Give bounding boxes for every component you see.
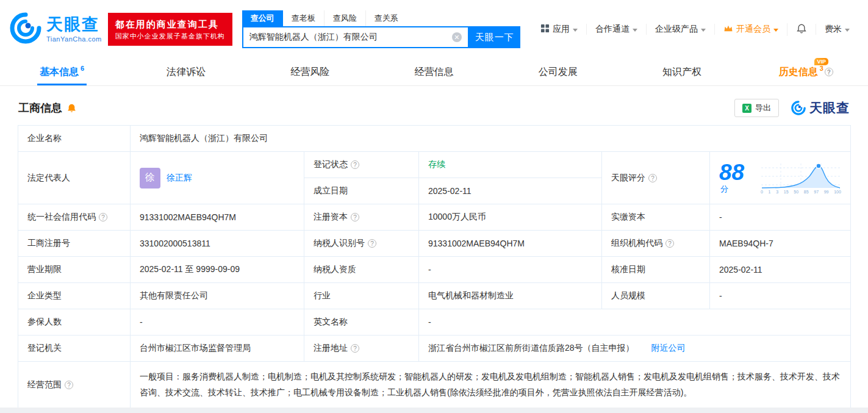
table-row: 统一社会信用代码 ? 91331002MAEB94QH7M 注册资本 ? 100… bbox=[18, 204, 851, 231]
value-registration-number: 331002000513811 bbox=[131, 231, 304, 257]
search-input-wrap: ✕ bbox=[242, 26, 469, 48]
announcement-bell-icon[interactable] bbox=[66, 103, 77, 113]
tab-count-badge: 6 bbox=[81, 65, 84, 72]
value-taxpayer-id: 91331002MAEB94QH7M bbox=[419, 231, 602, 257]
search-tab-relation[interactable]: 查关系 bbox=[366, 10, 407, 26]
tab-operation-risk[interactable]: 经营风险 bbox=[248, 59, 372, 85]
label-staff-size: 人员规模 bbox=[602, 283, 710, 309]
tab-count-badge: 3 bbox=[820, 65, 823, 72]
tab-intellectual-property[interactable]: 知识产权 bbox=[620, 59, 744, 85]
search-input[interactable] bbox=[249, 32, 452, 42]
value-credit-code: 91331002MAEB94QH7M bbox=[131, 204, 304, 231]
value-registration-authority: 台州市椒江区市场监督管理局 bbox=[131, 336, 304, 362]
tab-company-development[interactable]: 公司发展 bbox=[496, 59, 620, 85]
slogan-line1: 都在用的商业查询工具 bbox=[115, 17, 225, 31]
top-bar: 天眼查 TianYanCha.com 都在用的商业查询工具 国家中小企业发展子基… bbox=[0, 0, 868, 59]
score-axis-tick: 1 bbox=[769, 190, 771, 194]
label-taxpayer-id: 纳税人识别号 ? bbox=[304, 231, 419, 257]
nav-item-label: 企业级产品 bbox=[655, 24, 698, 35]
tab-legal-proceedings[interactable]: 法律诉讼 bbox=[124, 59, 248, 85]
label-industry: 行业 bbox=[304, 283, 419, 309]
table-row: 企业类型 其他有限责任公司 行业 电气机械和器材制造业 人员规模 - bbox=[18, 283, 851, 309]
export-button[interactable]: X 导出 bbox=[734, 99, 779, 117]
score-axis-ticks: 0 1 3 15 50 85 97 99 100 bbox=[761, 190, 841, 194]
nav-item-enterprise[interactable]: 企业级产品 bbox=[646, 24, 714, 35]
tab-basic-info[interactable]: 基本信息 6 bbox=[0, 59, 124, 85]
search-tab-risk[interactable]: 查风险 bbox=[325, 10, 366, 26]
label-company-name: 企业名称 bbox=[18, 126, 131, 152]
search-tab-boss[interactable]: 查老板 bbox=[283, 10, 325, 26]
nearby-companies-link[interactable]: 附近公司 bbox=[651, 343, 686, 354]
search-tabs: 查公司 查老板 查风险 查关系 bbox=[242, 10, 520, 26]
nav-item-user[interactable]: 费米 bbox=[816, 24, 858, 35]
value-business-term: 2025-02-11 至 9999-09-09 bbox=[131, 257, 304, 283]
tab-operation-info[interactable]: 经营信息 bbox=[372, 59, 496, 85]
score-axis-tick: 15 bbox=[784, 190, 789, 194]
value-org-code: MAEB94QH-7 bbox=[710, 231, 851, 257]
search-button[interactable]: 天眼一下 bbox=[469, 26, 520, 48]
score-axis-tick: 0 bbox=[761, 190, 763, 194]
nav-item-partners[interactable]: 合作通道 bbox=[586, 24, 646, 35]
tab-label: 公司发展 bbox=[539, 66, 578, 79]
nav-item-open-vip[interactable]: 开通会员 bbox=[714, 24, 787, 35]
score-distribution-chart: 0 1 3 15 50 85 97 99 100 bbox=[761, 162, 841, 194]
tianyancha-logo-icon bbox=[10, 12, 41, 46]
nav-item-apps[interactable]: 应用 bbox=[532, 24, 586, 35]
value-establish-date: 2025-02-11 bbox=[419, 178, 602, 204]
score-number: 88 bbox=[719, 160, 744, 185]
crown-icon bbox=[723, 24, 733, 34]
chevron-down-icon bbox=[573, 29, 578, 32]
help-icon[interactable]: ? bbox=[99, 213, 107, 221]
apps-grid-icon bbox=[540, 24, 550, 35]
search-tab-company[interactable]: 查公司 bbox=[242, 10, 283, 26]
value-english-name: - bbox=[419, 309, 851, 336]
table-row: 参保人数 - 英文名称 - bbox=[18, 309, 851, 336]
table-row: 经营范围 ? 一般项目：服务消费机器人制造；电机制造；电机及其控制系统研发；智能… bbox=[18, 362, 851, 409]
clear-search-icon[interactable]: ✕ bbox=[452, 32, 462, 42]
score-unit: 分 bbox=[720, 184, 728, 193]
help-icon[interactable]: ? bbox=[351, 213, 359, 221]
status-badge: 存续 bbox=[428, 159, 445, 169]
value-registered-capital: 10000万人民币 bbox=[419, 204, 602, 231]
value-insured-count: - bbox=[131, 309, 304, 336]
help-icon[interactable]: ? bbox=[368, 239, 376, 248]
business-info-header: 工商信息 X 导出 天眼查 bbox=[18, 99, 850, 117]
search-row: ✕ 天眼一下 bbox=[242, 26, 520, 48]
label-establish-date: 成立日期 bbox=[304, 178, 419, 204]
watermark-logo: 天眼查 bbox=[791, 99, 850, 117]
nav-item-notifications[interactable] bbox=[787, 23, 816, 36]
help-icon[interactable]: ? bbox=[351, 344, 359, 353]
legal-rep-link[interactable]: 徐正辉 bbox=[167, 173, 192, 184]
table-row: 法定代表人 徐 徐正辉 登记状态 ? 存续 天眼评分 ? bbox=[18, 152, 851, 178]
tab-label: 知识产权 bbox=[662, 66, 701, 79]
slogan-line2: 国家中小企业发展子基金旗下机构 bbox=[115, 31, 225, 41]
chevron-down-icon bbox=[633, 29, 637, 32]
help-icon[interactable]: ? bbox=[351, 160, 359, 169]
section-actions: X 导出 天眼查 bbox=[734, 99, 850, 117]
help-icon[interactable]: ? bbox=[825, 68, 833, 76]
tab-label: 法律诉讼 bbox=[167, 66, 206, 79]
label-taxpayer-quality: 纳税人资质 bbox=[304, 257, 419, 283]
nav-item-label: 合作通道 bbox=[595, 24, 629, 35]
bell-icon bbox=[796, 23, 807, 36]
tab-label: 历史信息 bbox=[779, 66, 818, 79]
help-icon[interactable]: ? bbox=[65, 381, 73, 389]
legal-rep-avatar[interactable]: 徐 bbox=[140, 168, 160, 189]
label-tianyan-score: 天眼评分 ? bbox=[602, 152, 710, 204]
tab-label: 基本信息 bbox=[40, 66, 79, 79]
label-approval-date: 核准日期 bbox=[602, 257, 710, 283]
table-row: 登记机关 台州市椒江区市场监督管理局 注册地址 ? 浙江省台州市椒江区前所街道信… bbox=[18, 336, 851, 362]
score-axis-tick: 3 bbox=[776, 190, 778, 194]
score-axis-tick: 99 bbox=[824, 190, 829, 194]
label-org-code: 组织机构代码 ? bbox=[602, 231, 710, 257]
tianyancha-logo[interactable]: 天眼查 TianYanCha.com bbox=[10, 12, 102, 46]
chevron-down-icon bbox=[701, 29, 706, 32]
search-area: 查公司 查老板 查风险 查关系 ✕ 天眼一下 bbox=[242, 10, 520, 48]
tab-history-info[interactable]: VIP 历史信息 3 ? bbox=[744, 59, 868, 85]
label-registered-address: 注册地址 ? bbox=[304, 336, 419, 362]
export-label: 导出 bbox=[755, 102, 771, 113]
company-section-tabs: 基本信息 6 法律诉讼 经营风险 经营信息 公司发展 知识产权 VIP 历史信息… bbox=[0, 59, 868, 86]
help-icon[interactable]: ? bbox=[648, 174, 657, 182]
label-company-type: 企业类型 bbox=[18, 283, 131, 309]
help-icon[interactable]: ? bbox=[665, 239, 674, 248]
